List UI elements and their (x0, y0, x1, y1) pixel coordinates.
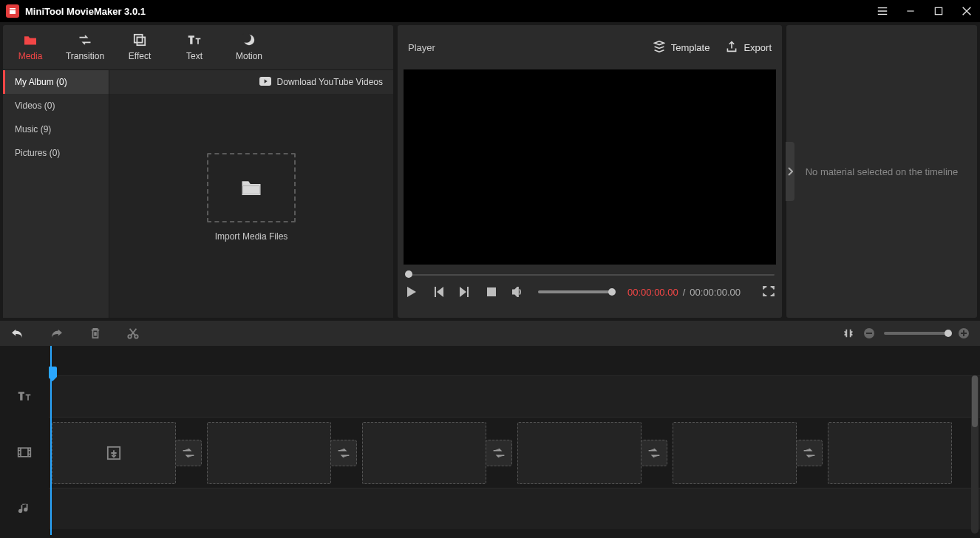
category-my-album[interactable]: My Album (0) (3, 70, 109, 94)
time-separator: / (683, 287, 686, 298)
clip-slot[interactable] (362, 422, 486, 484)
export-button[interactable]: Export (726, 41, 772, 55)
audio-track[interactable] (49, 488, 980, 529)
media-panel: Media Transition Effect Text Motion My A… (3, 25, 393, 318)
scrollbar-thumb[interactable] (972, 375, 978, 427)
seek-bar[interactable] (405, 269, 775, 279)
maximize-button[interactable] (931, 4, 946, 18)
svg-rect-0 (935, 7, 942, 14)
player-panel: Player Template Export (398, 25, 782, 318)
zoom-out-button[interactable] (863, 327, 875, 339)
export-label: Export (743, 42, 772, 53)
svg-point-9 (135, 335, 137, 338)
fit-timeline-button[interactable] (843, 327, 854, 339)
collapse-properties-button[interactable] (786, 142, 794, 201)
transition-slot[interactable] (486, 440, 512, 466)
properties-panel: No material selected on the timeline (786, 25, 977, 318)
motion-icon (242, 33, 256, 47)
zoom-thumb[interactable] (945, 330, 952, 337)
template-icon (653, 41, 665, 55)
zoom-in-button[interactable] (958, 327, 970, 339)
transition-slot[interactable] (641, 440, 667, 466)
volume-slider[interactable] (538, 290, 612, 293)
tab-text[interactable]: Text (167, 25, 222, 69)
youtube-icon (259, 77, 271, 88)
tab-media-label: Media (18, 51, 43, 61)
preview-viewport (404, 69, 776, 265)
transition-slot[interactable] (330, 440, 357, 466)
tab-media[interactable]: Media (3, 25, 58, 69)
volume-button[interactable] (511, 285, 525, 299)
import-media-button[interactable] (207, 153, 296, 222)
template-button[interactable]: Template (653, 41, 710, 55)
timeline-scrollbar[interactable] (971, 375, 979, 534)
main-tabs: Media Transition Effect Text Motion (3, 25, 393, 69)
prev-frame-button[interactable] (432, 285, 445, 299)
playhead[interactable] (50, 346, 52, 535)
svg-rect-15 (18, 448, 31, 457)
timeline-area (0, 321, 980, 535)
download-youtube-label: Download YouTube Videos (277, 77, 383, 87)
tab-text-label: Text (186, 51, 203, 61)
svg-rect-1 (135, 35, 143, 43)
app-logo (6, 4, 19, 18)
svg-rect-7 (487, 287, 496, 296)
text-track[interactable] (49, 375, 980, 417)
minimize-button[interactable] (903, 4, 918, 18)
redo-button[interactable] (50, 328, 64, 338)
undo-button[interactable] (10, 328, 24, 338)
transition-slot[interactable] (175, 440, 202, 466)
media-content: Download YouTube Videos Import Media Fil… (109, 70, 393, 318)
tab-effect-label: Effect (129, 51, 151, 61)
export-icon (726, 41, 738, 55)
text-track-header[interactable] (0, 375, 49, 417)
folder-icon (23, 33, 38, 47)
folder-open-icon (240, 178, 262, 197)
clip-slot[interactable] (52, 422, 176, 484)
chevron-right-icon (787, 167, 793, 176)
volume-thumb[interactable] (608, 288, 616, 296)
effect-icon (133, 33, 146, 47)
next-frame-button[interactable] (458, 285, 472, 299)
svg-rect-14 (963, 330, 964, 336)
stop-button[interactable] (485, 285, 498, 299)
timeline-toolbar (0, 321, 980, 346)
play-button[interactable] (405, 285, 418, 299)
tab-motion[interactable]: Motion (222, 25, 276, 69)
delete-button[interactable] (90, 327, 101, 339)
clip-slot[interactable] (207, 422, 331, 484)
tab-motion-label: Motion (236, 51, 262, 61)
fullscreen-button[interactable] (763, 286, 775, 299)
timeline-ruler[interactable] (49, 346, 980, 375)
zoom-slider[interactable] (884, 332, 949, 335)
category-music[interactable]: Music (9) (3, 118, 109, 141)
menu-icon[interactable] (875, 4, 890, 18)
titlebar: MiniTool MovieMaker 3.0.1 (0, 0, 980, 22)
split-button[interactable] (127, 327, 139, 339)
app-title: MiniTool MovieMaker 3.0.1 (25, 6, 146, 17)
timeline-tracks[interactable] (49, 346, 980, 535)
time-current: 00:00:00.00 (627, 287, 678, 298)
tab-effect[interactable]: Effect (112, 25, 167, 69)
category-pictures[interactable]: Pictures (0) (3, 141, 109, 165)
video-track-header[interactable] (0, 417, 49, 488)
properties-empty-label: No material selected on the timeline (806, 166, 959, 177)
close-button[interactable] (959, 4, 974, 18)
track-headers (0, 346, 49, 535)
clip-slot[interactable] (828, 422, 952, 484)
tab-transition[interactable]: Transition (58, 25, 112, 69)
svg-rect-11 (866, 333, 872, 334)
audio-track-header[interactable] (0, 488, 49, 529)
category-videos[interactable]: Videos (0) (3, 94, 109, 118)
clip-slot[interactable] (517, 422, 642, 484)
clip-slot[interactable] (673, 422, 797, 484)
video-track[interactable] (49, 417, 980, 488)
transition-icon (78, 33, 92, 47)
player-label: Player (408, 42, 435, 53)
download-youtube-link[interactable]: Download YouTube Videos (109, 70, 393, 94)
seek-thumb[interactable] (405, 270, 412, 278)
transition-slot[interactable] (796, 440, 823, 466)
import-clip-icon (106, 446, 121, 460)
import-media-label: Import Media Files (215, 231, 288, 242)
media-categories: My Album (0) Videos (0) Music (9) Pictur… (3, 70, 109, 318)
